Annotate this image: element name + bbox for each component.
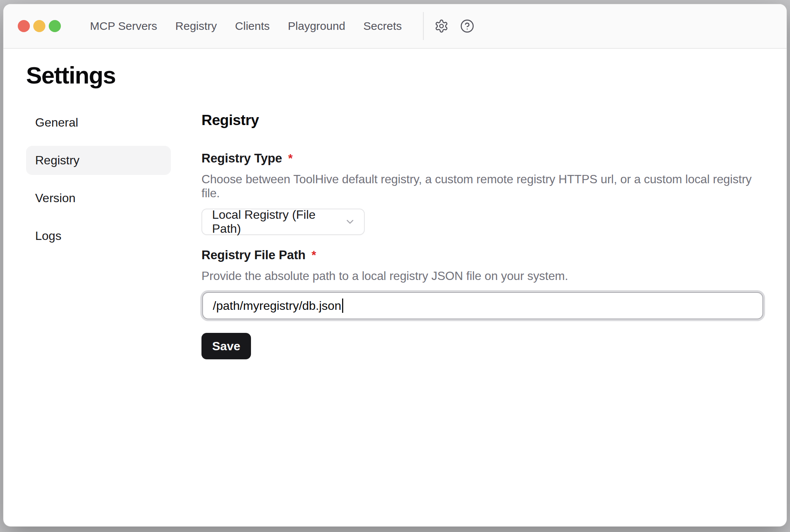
registry-type-select[interactable]: Local Registry (File Path) <box>201 209 365 235</box>
settings-sidebar: General Registry Version Logs <box>26 108 171 251</box>
settings-gear-icon[interactable] <box>434 19 449 33</box>
section-heading: Registry <box>201 112 764 128</box>
titlebar-icons <box>434 19 474 33</box>
save-button[interactable]: Save <box>201 333 251 359</box>
registry-file-path-input[interactable]: /path/myregistry/db.json <box>202 292 763 319</box>
sidebar-item-logs[interactable]: Logs <box>26 221 171 251</box>
sidebar-item-version[interactable]: Version <box>26 184 171 213</box>
sidebar-item-general[interactable]: General <box>26 108 171 137</box>
traffic-lights <box>18 20 61 32</box>
text-cursor <box>342 298 343 313</box>
registry-file-path-description: Provide the absolute path to a local reg… <box>201 269 764 283</box>
nav-item-registry[interactable]: Registry <box>175 20 217 32</box>
chevron-down-icon <box>344 216 356 227</box>
registry-file-path-label: Registry File Path * <box>201 248 764 262</box>
nav-item-mcp-servers[interactable]: MCP Servers <box>90 20 157 32</box>
titlebar: MCP Servers Registry Clients Playground … <box>3 4 787 49</box>
help-circle-icon[interactable] <box>460 19 474 33</box>
nav-item-clients[interactable]: Clients <box>235 20 270 32</box>
registry-type-label: Registry Type * <box>201 151 764 165</box>
page-title: Settings <box>26 62 787 88</box>
registry-file-path-value: /path/myregistry/db.json <box>213 299 341 313</box>
minimize-window-button[interactable] <box>33 20 45 32</box>
app-window: MCP Servers Registry Clients Playground … <box>3 4 787 527</box>
sidebar-item-registry[interactable]: Registry <box>26 146 171 175</box>
main-nav: MCP Servers Registry Clients Playground … <box>90 20 402 32</box>
settings-main-pane: Registry Registry Type * Choose between … <box>201 108 764 359</box>
required-asterisk: * <box>288 152 293 165</box>
titlebar-divider <box>423 12 424 40</box>
nav-item-playground[interactable]: Playground <box>288 20 345 32</box>
registry-type-selected-value: Local Registry (File Path) <box>212 208 338 236</box>
registry-type-description: Choose between ToolHive default registry… <box>201 172 764 200</box>
nav-item-secrets[interactable]: Secrets <box>363 20 402 32</box>
close-window-button[interactable] <box>18 20 30 32</box>
settings-layout: General Registry Version Logs Registry R… <box>3 108 787 359</box>
registry-type-label-text: Registry Type <box>201 151 282 165</box>
required-asterisk: * <box>311 249 316 262</box>
zoom-window-button[interactable] <box>49 20 61 32</box>
registry-file-path-label-text: Registry File Path <box>201 248 305 262</box>
